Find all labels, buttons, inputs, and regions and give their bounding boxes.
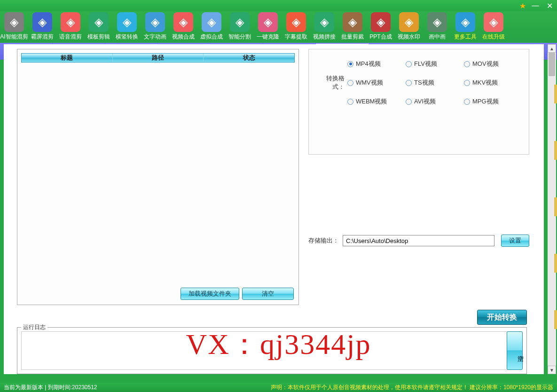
load-folder-button[interactable]: 加载视频文件夹 <box>180 288 239 300</box>
settings-button[interactable]: 设置 <box>501 235 529 247</box>
radio-label: WMV视频 <box>356 78 383 87</box>
format-radio[interactable]: AVI视频 <box>406 97 464 106</box>
th-path[interactable]: 路径 <box>113 54 204 62</box>
format-radio-group: MP4视频FLV视频MOV视频WMV视频TS视频MKV视频WEBM视频AVI视频… <box>347 60 522 106</box>
toolbar-label: 模板剪辑 <box>85 33 113 41</box>
toolbar-item[interactable]: ◈AI智能混剪 <box>0 12 28 43</box>
status-right: 声明：本软件仅用于个人原创音视频素材的处理，使用本软件请遵守相关规定！ 建议分辨… <box>271 384 553 392</box>
toolbar-label: 更多工具 <box>451 33 479 41</box>
start-convert-button[interactable]: 开始转换 <box>477 310 527 325</box>
toolbar-item[interactable]: ◈智能分割 <box>226 12 254 43</box>
table-body <box>21 66 295 278</box>
toolbar-item[interactable]: ◈文字动画 <box>141 12 169 43</box>
toolbar-icon: ◈ <box>173 12 193 32</box>
toolbar-icon: ◈ <box>286 12 306 32</box>
output-path-input[interactable] <box>343 235 494 246</box>
toolbar-label: 语音混剪 <box>56 33 85 41</box>
toolbar-label: 霸屏混剪 <box>28 33 56 41</box>
toolbar-label: 一键克隆 <box>254 33 282 41</box>
format-radio[interactable]: WEBM视频 <box>347 97 406 106</box>
close-button[interactable]: ✕ <box>545 1 554 10</box>
log-legend: 运行日志 <box>21 323 47 331</box>
toolbar-item[interactable]: ◈更多工具 <box>451 12 479 43</box>
toolbar-label: 文字动画 <box>141 33 169 41</box>
radio-icon <box>464 99 470 105</box>
toolbar-icon: ◈ <box>230 12 250 32</box>
format-box: 转换格式： MP4视频FLV视频MOV视频WMV视频TS视频MKV视频WEBM视… <box>308 49 529 155</box>
toolbar-item[interactable]: ◈虚拟合成 <box>197 12 226 43</box>
toolbar-icon: ◈ <box>343 12 362 32</box>
toolbar-label: 横竖转换 <box>113 33 141 41</box>
toolbar-item[interactable]: ◈视频拼接 <box>310 12 338 43</box>
toolbar-item[interactable]: ◈批量剪裁 <box>338 12 367 43</box>
status-bar: 当前为最新版本 | 到期时间:20230512 声明：本软件仅用于个人原创音视频… <box>0 383 557 392</box>
format-radio[interactable]: TS视频 <box>406 78 464 87</box>
radio-icon <box>406 61 412 67</box>
log-clear-button[interactable]: 清空 <box>507 331 523 370</box>
radio-label: WEBM视频 <box>356 97 387 106</box>
format-radio[interactable]: WMV视频 <box>347 78 406 87</box>
output-label: 存储输出： <box>308 236 339 245</box>
edge-marker <box>554 141 557 160</box>
format-radio[interactable]: MPG视频 <box>464 97 522 106</box>
star-icon: ★ <box>519 1 526 10</box>
toolbar-icon: ◈ <box>145 12 165 32</box>
scroll-thumb[interactable] <box>549 53 555 76</box>
toolbar-icon: ◈ <box>314 12 334 32</box>
edge-marker <box>554 310 557 329</box>
toolbar-icon: ◈ <box>258 12 278 32</box>
status-left: 当前为最新版本 | 到期时间:20230512 <box>4 384 97 392</box>
radio-label: FLV视频 <box>414 60 437 68</box>
format-radio[interactable]: MP4视频 <box>347 60 406 68</box>
radio-icon <box>406 80 412 86</box>
radio-label: MKV视频 <box>472 78 498 87</box>
toolbar-item[interactable]: ◈画中画 <box>423 12 451 43</box>
toolbar-item[interactable]: ◈横竖转换 <box>113 12 141 43</box>
format-radio[interactable]: MOV视频 <box>464 60 522 68</box>
toolbar-label: 批量剪裁 <box>338 33 367 41</box>
toolbar-item[interactable]: ◈PPT合成 <box>367 12 395 43</box>
minimize-button[interactable]: — <box>531 1 540 10</box>
toolbar-icon: ◈ <box>399 12 419 32</box>
radio-icon <box>347 80 353 86</box>
clear-list-button[interactable]: 清空 <box>242 288 294 300</box>
radio-icon <box>464 61 470 67</box>
content-area: 标题 路径 状态 加载视频文件夹 清空 转换格式： MP4视频FLV视频MOV视… <box>4 44 544 374</box>
table-header: 标题 路径 状态 <box>21 53 295 63</box>
radio-label: AVI视频 <box>414 97 436 106</box>
toolbar-item[interactable]: ◈霸屏混剪 <box>28 12 56 43</box>
radio-label: TS视频 <box>414 78 434 87</box>
toolbar-icon: ◈ <box>32 12 52 32</box>
toolbar-label: PPT合成 <box>367 33 395 41</box>
toolbar-item[interactable]: ◈在线升级 <box>479 12 508 43</box>
th-status[interactable]: 状态 <box>204 54 294 62</box>
toolbar-label: 视频拼接 <box>310 33 338 41</box>
toolbar-item[interactable]: ◈视频水印 <box>395 12 423 43</box>
radio-label: MOV视频 <box>472 60 499 68</box>
radio-label: MPG视频 <box>472 97 499 106</box>
toolbar-label: 画中画 <box>423 33 451 41</box>
toolbar-item[interactable]: ◈一键克隆 <box>254 12 282 43</box>
toolbar-item[interactable]: ◈模板剪辑 <box>85 12 113 43</box>
toolbar-icon: ◈ <box>427 12 447 32</box>
toolbar-label: 字幕提取 <box>282 33 310 41</box>
format-radio[interactable]: MKV视频 <box>464 78 522 87</box>
format-radio[interactable]: FLV视频 <box>406 60 464 68</box>
toolbar-item[interactable]: ◈字幕提取 <box>282 12 310 43</box>
toolbar-icon: ◈ <box>117 12 137 32</box>
toolbar-icon: ◈ <box>202 12 221 32</box>
toolbar-item[interactable]: ◈视频合成 <box>169 12 197 43</box>
toolbar-label: 智能分割 <box>226 33 254 41</box>
th-title[interactable]: 标题 <box>22 54 113 62</box>
radio-icon <box>464 80 470 86</box>
radio-icon <box>347 61 353 67</box>
toolbar-item[interactable]: ◈语音混剪 <box>56 12 85 43</box>
scroll-down-icon[interactable]: ▼ <box>548 366 556 374</box>
radio-label: MP4视频 <box>356 60 381 68</box>
radio-icon <box>406 99 412 105</box>
options-panel: 转换格式： MP4视频FLV视频MOV视频WMV视频TS视频MKV视频WEBM视… <box>308 49 529 305</box>
toolbar-label: 在线升级 <box>479 33 508 41</box>
toolbar-label: AI智能混剪 <box>0 33 28 41</box>
format-label: 转换格式： <box>315 74 345 91</box>
scroll-up-icon[interactable]: ▲ <box>548 44 556 53</box>
